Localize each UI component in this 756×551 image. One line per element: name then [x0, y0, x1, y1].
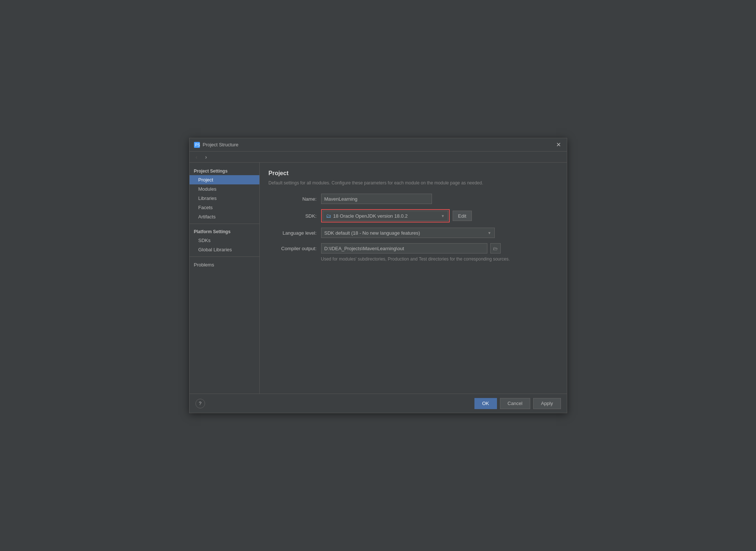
sidebar-item-sdks[interactable]: SDKs — [190, 236, 259, 245]
sdk-row: SDK: 🗂 18 Oracle OpenJDK version 18.0.2 … — [269, 209, 558, 222]
platform-settings-header: Platform Settings — [190, 226, 259, 236]
sidebar-item-global-libraries[interactable]: Global Libraries — [190, 245, 259, 254]
sidebar-item-modules[interactable]: Modules — [190, 184, 259, 194]
section-description: Default settings for all modules. Config… — [269, 180, 558, 186]
cancel-button[interactable]: Cancel — [500, 398, 530, 409]
compiler-output-row: Compiler output: 🗁 — [269, 243, 558, 254]
sidebar-item-artifacts[interactable]: Artifacts — [190, 212, 259, 221]
sidebar-item-project[interactable]: Project — [190, 175, 259, 184]
svg-text:PS: PS — [195, 143, 200, 147]
app-icon: PS — [194, 142, 200, 148]
forward-button[interactable]: › — [202, 153, 210, 161]
footer-right: OK Cancel Apply — [474, 398, 561, 409]
content-area: Project Settings Project Modules Librari… — [190, 163, 567, 394]
language-level-value: SDK default (18 - No new language featur… — [324, 230, 488, 236]
project-settings-header: Project Settings — [190, 166, 259, 175]
sdk-label: SDK: — [269, 213, 317, 219]
language-level-row: Language level: SDK default (18 - No new… — [269, 228, 558, 238]
apply-button[interactable]: Apply — [533, 398, 561, 409]
footer: ? OK Cancel Apply — [190, 394, 567, 413]
compiler-browse-button[interactable]: 🗁 — [490, 243, 501, 254]
sidebar-item-problems[interactable]: Problems — [190, 259, 259, 269]
project-structure-dialog: PS Project Structure ✕ ‹ › Project Setti… — [189, 138, 567, 413]
ok-button[interactable]: OK — [474, 398, 497, 409]
sidebar-item-libraries[interactable]: Libraries — [190, 194, 259, 203]
sdk-controls: 🗂 18 Oracle OpenJDK version 18.0.2 ▼ Edi… — [321, 209, 472, 222]
sdk-value: 18 Oracle OpenJDK version 18.0.2 — [333, 213, 439, 219]
section-title: Project — [269, 170, 558, 177]
sidebar: Project Settings Project Modules Librari… — [190, 163, 260, 394]
dialog-title: Project Structure — [203, 142, 555, 147]
edit-sdk-button[interactable]: Edit — [453, 211, 472, 221]
toolbar: ‹ › — [190, 152, 567, 163]
sidebar-item-facets[interactable]: Facets — [190, 203, 259, 212]
title-bar: PS Project Structure ✕ — [190, 138, 567, 152]
folder-icon: 🗁 — [493, 246, 498, 251]
name-label: Name: — [269, 196, 317, 202]
compiler-controls: 🗁 — [321, 243, 501, 254]
sdk-chevron-icon: ▼ — [441, 214, 445, 218]
sdk-folder-icon: 🗂 — [326, 213, 331, 219]
sidebar-divider — [190, 224, 259, 224]
back-button[interactable]: ‹ — [193, 153, 201, 161]
compiler-output-label: Compiler output: — [269, 246, 317, 251]
footer-left: ? — [195, 399, 205, 408]
help-button[interactable]: ? — [195, 399, 205, 408]
main-content: Project Default settings for all modules… — [260, 163, 567, 394]
language-level-dropdown[interactable]: SDK default (18 - No new language featur… — [321, 228, 495, 238]
close-button[interactable]: ✕ — [555, 141, 562, 149]
language-level-label: Language level: — [269, 230, 317, 236]
compiler-output-description: Used for modules' subdirectories, Produc… — [321, 256, 558, 262]
sdk-dropdown[interactable]: 🗂 18 Oracle OpenJDK version 18.0.2 ▼ — [323, 211, 448, 221]
sidebar-divider-2 — [190, 256, 259, 257]
compiler-output-input[interactable] — [321, 243, 487, 254]
name-input[interactable] — [321, 194, 432, 204]
sdk-dropdown-wrapper: 🗂 18 Oracle OpenJDK version 18.0.2 ▼ — [321, 209, 450, 222]
name-row: Name: — [269, 194, 558, 204]
language-chevron-icon: ▼ — [488, 231, 491, 235]
